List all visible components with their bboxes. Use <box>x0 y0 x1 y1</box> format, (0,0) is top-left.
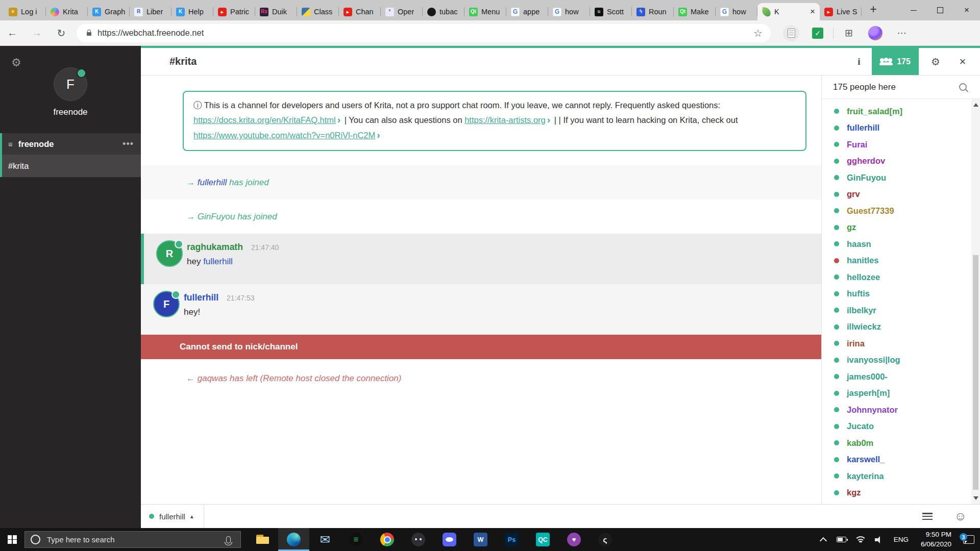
refresh-button[interactable]: ↻ <box>49 27 74 39</box>
window-maximize-button[interactable] <box>927 0 953 20</box>
hidden-icons-chevron-icon[interactable] <box>820 537 827 544</box>
userlist-item[interactable]: ggherdov <box>822 153 980 170</box>
userlist-item[interactable]: kgz <box>822 485 980 502</box>
volume-icon[interactable] <box>875 536 883 543</box>
address-bar[interactable]: https://webchat.freenode.net ☆ <box>77 24 771 42</box>
userlist-item[interactable]: ilbelkyr <box>822 302 980 319</box>
browser-tab[interactable]: ≡Log i <box>4 3 46 20</box>
scrollbar-thumb[interactable] <box>973 255 978 490</box>
nick-link[interactable]: GinFuyou <box>195 212 235 222</box>
browser-tab[interactable]: Patric <box>213 3 255 20</box>
info-icon[interactable]: i <box>846 56 872 67</box>
back-button[interactable]: ← <box>0 27 24 39</box>
edge-browser-taskbar-button[interactable] <box>278 528 309 551</box>
word-taskbar-button[interactable]: W <box>465 528 496 551</box>
userlist-item[interactable]: grv <box>822 186 980 203</box>
userlist-item[interactable]: karswell_ <box>822 452 980 468</box>
browser-tab[interactable]: appe <box>506 3 548 20</box>
browser-tab[interactable]: Krita <box>46 3 88 20</box>
collections-button[interactable]: ⊞ <box>836 27 862 39</box>
userlist-scrollbar[interactable] <box>971 99 980 504</box>
userlist-item[interactable]: fullerhill <box>822 120 980 137</box>
link-preview-chevron-icon[interactable]: › <box>547 114 550 125</box>
channel-settings-gear-icon[interactable]: ⚙ <box>919 56 952 68</box>
new-tab-button[interactable]: + <box>867 3 880 16</box>
userlist-item[interactable]: kayterina <box>822 468 980 485</box>
topic-link[interactable]: https://www.youtube.com/watch?v=n0RiVl-n… <box>193 131 375 140</box>
network-wifi-icon[interactable] <box>855 536 866 543</box>
reading-mode-button[interactable] <box>778 25 804 41</box>
message-nick[interactable]: raghukamath <box>187 242 243 253</box>
topic-link[interactable]: https://krita-artists.org <box>464 115 546 124</box>
forward-button[interactable]: → <box>24 27 49 39</box>
profile-avatar-button[interactable] <box>862 26 889 40</box>
message-input[interactable] <box>204 512 923 521</box>
qc-app-taskbar-button[interactable]: QC <box>527 528 558 551</box>
userlist-item[interactable]: james000- <box>822 368 980 385</box>
browser-tab[interactable]: K× <box>757 3 820 20</box>
start-button[interactable] <box>0 535 24 544</box>
nick-selector[interactable]: fullerhill ▴ <box>141 505 204 528</box>
link-preview-chevron-icon[interactable]: › <box>337 114 340 125</box>
userlist-item[interactable]: hellozee <box>822 269 980 286</box>
smiley-emoji-icon[interactable]: ☺ <box>954 510 967 522</box>
browser-tab[interactable]: ϟRoun <box>632 3 674 20</box>
userlist-item[interactable]: fruit_salad[m] <box>822 103 980 120</box>
search-icon[interactable] <box>959 83 967 91</box>
browser-tab[interactable]: Class <box>297 3 339 20</box>
browser-tab[interactable]: RLiber <box>130 3 172 20</box>
link-preview-chevron-icon[interactable]: › <box>377 130 380 140</box>
userlist-item[interactable]: ivanyossi|log <box>822 352 980 369</box>
nick-link[interactable]: fullerhill <box>195 178 227 188</box>
userlist-item[interactable]: hanitles <box>822 253 980 269</box>
chrome-browser-taskbar-button[interactable] <box>372 528 403 551</box>
window-close-button[interactable]: × <box>953 0 980 20</box>
userlist-item[interactable]: GinFuyou <box>822 169 980 186</box>
mention-link[interactable]: fullerhill <box>203 257 233 266</box>
dark-app-taskbar-button[interactable] <box>403 528 434 551</box>
url-text[interactable]: https://webchat.freenode.net <box>97 28 204 38</box>
channel-close-icon[interactable]: × <box>952 55 973 68</box>
browser-menu-button[interactable]: ⋯ <box>889 27 915 39</box>
scroll-down-arrow-icon[interactable] <box>973 496 978 500</box>
userlist-item[interactable]: haasn <box>822 236 980 253</box>
sidebar-item-channel[interactable]: #krita <box>2 155 141 177</box>
browser-tab[interactable]: QtMake <box>674 3 716 20</box>
action-center-button[interactable]: 3 <box>958 535 980 544</box>
browser-tab[interactable]: Chan <box>339 3 381 20</box>
userlist-item[interactable]: huftis <box>822 286 980 303</box>
browser-tab[interactable]: how <box>716 3 757 20</box>
browser-tab[interactable]: how <box>548 3 590 20</box>
userlist-toggle-button[interactable]: 175 <box>872 48 919 75</box>
userlist-item[interactable]: Furai <box>822 136 980 153</box>
photoshop-taskbar-button[interactable]: Ps <box>496 528 527 551</box>
userlist-item[interactable]: illwieckz <box>822 319 980 336</box>
extension-button[interactable]: ✓ <box>804 28 831 39</box>
favorite-star-icon[interactable]: ☆ <box>753 27 763 39</box>
browser-tab[interactable]: *Oper <box>381 3 423 20</box>
spotify-taskbar-button[interactable] <box>340 528 372 551</box>
userlist-item[interactable]: gz <box>822 219 980 236</box>
taskbar-clock[interactable]: 9:50 PM 6/06/2020 <box>921 530 951 548</box>
userlist-item[interactable]: Jucato <box>822 418 980 435</box>
browser-tab[interactable]: tubac <box>423 3 464 20</box>
network-menu-icon[interactable]: ••• <box>122 139 134 149</box>
window-minimize-button[interactable] <box>900 0 927 20</box>
language-indicator[interactable]: ENG <box>894 536 909 543</box>
browser-tab[interactable]: Live S <box>820 3 862 20</box>
microphone-icon[interactable] <box>226 536 231 543</box>
chat-app-taskbar-button[interactable] <box>434 528 465 551</box>
paint-swirl-app-taskbar-button[interactable] <box>590 528 621 551</box>
file-explorer-taskbar-button[interactable] <box>247 528 278 551</box>
taskbar-search[interactable]: Type here to search <box>24 531 241 548</box>
battery-icon[interactable] <box>837 537 846 542</box>
browser-tab[interactable]: ≈Scott <box>590 3 632 20</box>
client-settings-gear-icon[interactable]: ⚙ <box>11 56 21 69</box>
tab-close-icon[interactable]: × <box>810 7 815 17</box>
message-nick[interactable]: fullerhill <box>184 292 218 303</box>
userlist-item[interactable]: Johnnynator <box>822 402 980 418</box>
browser-tab[interactable]: RxDuik <box>255 3 297 20</box>
message-avatar[interactable]: R <box>156 240 183 267</box>
userlist-item[interactable]: jasperh[m] <box>822 385 980 402</box>
browser-tab[interactable]: QtMenu <box>464 3 506 20</box>
